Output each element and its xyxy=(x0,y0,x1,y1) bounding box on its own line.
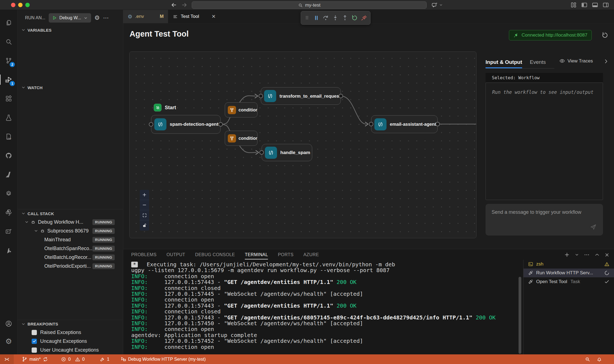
node-condition-2[interactable]: condition xyxy=(225,131,257,146)
screencast-zoom-icon[interactable] xyxy=(582,356,593,362)
lock-toggle-button[interactable] xyxy=(140,220,149,231)
breakpoint-checkbox[interactable] xyxy=(32,330,37,335)
terminal-instance-open-test-tool[interactable]: Open Test ToolTask xyxy=(523,277,614,286)
node-handle-spam[interactable]: handle_spam xyxy=(262,144,312,161)
breakpoint-row[interactable]: Raised Exceptions xyxy=(18,328,123,337)
panel-tab-terminal[interactable]: TERMINAL xyxy=(245,251,268,258)
prompt-builder-icon[interactable] xyxy=(0,222,17,241)
terminal-line: agentdev: Application startup complete xyxy=(131,332,520,338)
step-out-button[interactable] xyxy=(342,15,348,21)
terminal-dropdown-chevron-icon[interactable] xyxy=(575,253,579,257)
tab-events[interactable]: Events xyxy=(530,56,546,68)
debug-settings-gear-icon[interactable]: ⚙ xyxy=(94,15,100,21)
call-stack-row[interactable]: OtelBatchSpanReco...RUNNING xyxy=(18,244,123,253)
terminal-instance-zsh[interactable]: zsh xyxy=(523,260,614,269)
toolbar-grip-icon[interactable] xyxy=(304,15,310,21)
message-input[interactable]: Send a message to trigger your workflow xyxy=(486,204,603,236)
zoom-in-button[interactable] xyxy=(140,190,149,200)
connection-status-button[interactable]: Connected http://localhost:8087 xyxy=(509,30,592,40)
restart-button[interactable] xyxy=(351,15,358,21)
terminal-instance-run-workflow-http-serv[interactable]: Run Workflow HTTP Serv... xyxy=(523,269,614,277)
breakpoint-checkbox[interactable] xyxy=(32,339,37,344)
explorer-icon[interactable] xyxy=(0,13,17,32)
testing-icon[interactable] xyxy=(0,108,17,127)
node-condition-1[interactable]: condition xyxy=(225,102,257,117)
extensions-icon[interactable] xyxy=(0,89,17,108)
toggle-primary-sidebar-icon[interactable] xyxy=(581,2,588,8)
ai-foundry-icon[interactable] xyxy=(0,241,17,260)
notifications-bell-icon[interactable] xyxy=(594,356,605,362)
forward-icon[interactable] xyxy=(181,2,188,8)
panel-collapse-chevron-icon[interactable] xyxy=(603,59,609,64)
call-stack-row[interactable]: Subprocess 80679RUNNING xyxy=(18,226,123,235)
zoom-window-button[interactable] xyxy=(25,3,30,7)
close-window-button[interactable] xyxy=(11,3,15,7)
github-icon[interactable] xyxy=(0,146,17,165)
panel-more-actions-icon[interactable] xyxy=(584,252,590,258)
fit-view-button[interactable] xyxy=(140,210,149,220)
problems-status[interactable]: 0 0 xyxy=(58,354,87,364)
node-start[interactable]: Start xyxy=(154,104,176,111)
node-email-assistant-agent[interactable]: email-assistant-agent xyxy=(371,115,438,133)
section-call-stack[interactable]: CALL STACK xyxy=(18,209,123,218)
toggle-secondary-sidebar-icon[interactable] xyxy=(602,2,609,8)
disconnect-button[interactable] xyxy=(361,15,367,21)
call-stack-row[interactable]: Debug Workflow H...RUNNING xyxy=(18,218,123,226)
panel-tab-ports[interactable]: PORTS xyxy=(278,251,294,258)
more-actions-icon[interactable]: ⋯ xyxy=(103,17,109,19)
accounts-icon[interactable] xyxy=(0,315,17,333)
tab-input-output[interactable]: Input & Output xyxy=(486,56,522,68)
section-breakpoints[interactable]: BREAKPOINTS xyxy=(18,320,123,328)
remote-indicator[interactable] xyxy=(0,354,14,364)
pause-button[interactable] xyxy=(313,15,320,21)
close-panel-icon[interactable] xyxy=(604,252,610,258)
breakpoint-row[interactable]: Uncaught Exceptions xyxy=(18,337,123,346)
toggle-panel-icon[interactable] xyxy=(592,2,598,8)
panel-tab-azure[interactable]: AZURE xyxy=(303,251,319,258)
tab-test-tool[interactable]: Test Tool ✕ xyxy=(168,10,220,23)
step-over-button[interactable] xyxy=(322,15,329,21)
call-stack-row[interactable]: MainThreadRUNNING xyxy=(18,235,123,244)
node-spam-detection-agent[interactable]: spam-detection-agent xyxy=(151,115,221,134)
maximize-panel-icon[interactable] xyxy=(594,252,600,258)
node-transform-to-email-request[interactable]: transform_to_email_request xyxy=(261,87,341,105)
copilot-chat-button[interactable] xyxy=(431,2,443,8)
customize-layout-icon[interactable] xyxy=(570,2,577,8)
python-icon[interactable] xyxy=(0,203,17,222)
openai-icon[interactable] xyxy=(0,184,17,203)
breakpoint-row[interactable]: User Uncaught Exceptions xyxy=(18,346,123,354)
settings-gear-icon[interactable]: ⚙ xyxy=(0,333,17,351)
step-into-button[interactable] xyxy=(332,15,339,21)
reload-icon[interactable] xyxy=(601,32,608,39)
azure-icon[interactable] xyxy=(0,165,17,184)
terminal-output[interactable]: * Executing task: /Users/junjieli/Develo… xyxy=(131,262,520,354)
panel-tab-debug-console[interactable]: DEBUG CONSOLE xyxy=(195,251,235,258)
log-viewer-icon[interactable]: LOG xyxy=(0,127,17,146)
zoom-out-button[interactable] xyxy=(140,200,149,210)
call-stack-row[interactable]: OtelPeriodicExporti...RUNNING xyxy=(18,262,123,270)
source-control-icon[interactable]: 2 xyxy=(0,51,17,70)
run-and-debug-icon[interactable]: 1 xyxy=(0,70,17,89)
debug-session-status[interactable]: Debug Workflow HTTP Server (my-test) xyxy=(118,354,208,364)
debug-launch-dropdown[interactable]: Debug W... xyxy=(49,13,91,23)
running-tasks-status[interactable]: 1 xyxy=(97,354,112,364)
panel-tab-output[interactable]: OUTPUT xyxy=(166,251,185,258)
back-icon[interactable] xyxy=(171,2,177,8)
panel-tab-problems[interactable]: PROBLEMS xyxy=(131,251,157,258)
section-watch[interactable]: WATCH xyxy=(18,83,123,92)
section-variables[interactable]: VARIABLES xyxy=(18,26,123,34)
page-title: Agent Test Tool xyxy=(130,29,189,39)
view-traces-button[interactable]: View Traces xyxy=(559,58,593,64)
branch-status[interactable]: main* xyxy=(19,354,51,364)
close-tab-icon[interactable]: ✕ xyxy=(212,13,216,20)
call-stack-row[interactable]: OtelBatchLogRecor...RUNNING xyxy=(18,253,123,262)
minimize-window-button[interactable] xyxy=(18,3,23,7)
send-message-icon[interactable] xyxy=(590,223,597,231)
terminal-scrollbar[interactable] xyxy=(519,277,521,354)
new-terminal-icon[interactable] xyxy=(564,252,570,258)
workflow-canvas[interactable]: Start spam-detection-agent condition con… xyxy=(129,51,476,238)
command-center-search[interactable]: my-test xyxy=(192,1,427,9)
tab-env[interactable]: ⚙ .env M xyxy=(123,10,168,23)
breakpoint-checkbox[interactable] xyxy=(32,347,37,353)
search-icon[interactable] xyxy=(0,32,17,51)
